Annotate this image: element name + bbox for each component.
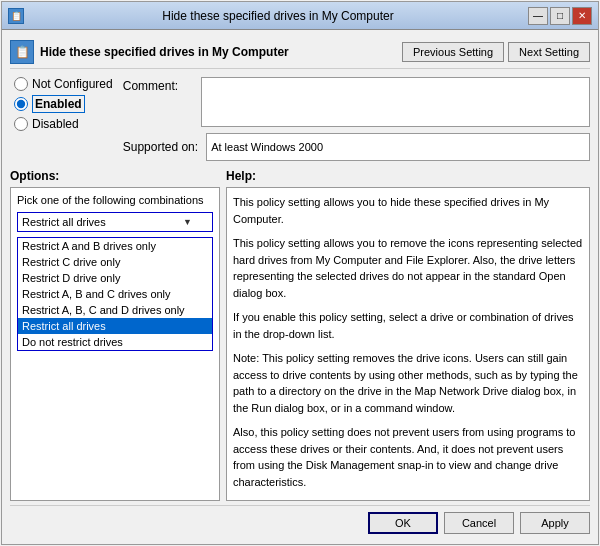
next-setting-button[interactable]: Next Setting [508,42,590,62]
not-configured-radio-label[interactable]: Not Configured [14,77,113,91]
enabled-text: Enabled [32,95,85,113]
prev-setting-button[interactable]: Previous Setting [402,42,504,62]
help-para-5: Also, this policy setting does not preve… [233,424,583,490]
list-item-selected[interactable]: Restrict all drives [18,318,212,334]
title-bar-controls: — □ ✕ [528,7,592,25]
minimize-button[interactable]: — [528,7,548,25]
main-panels: Pick one of the following combinations R… [10,187,590,501]
supported-row: Supported on: At least Windows 2000 [123,133,590,161]
content-area: 📋 Hide these specified drives in My Comp… [2,30,598,544]
header-icon: 📋 [10,40,34,64]
main-window: 📋 Hide these specified drives in My Comp… [1,1,599,545]
options-panel: Pick one of the following combinations R… [10,187,220,501]
apply-button[interactable]: Apply [520,512,590,534]
radio-section: Not Configured Enabled Disabled [14,77,113,131]
comment-label: Comment: [123,77,193,93]
help-panel: This policy setting allows you to hide t… [226,187,590,501]
help-para-2: This policy setting allows you to remove… [233,235,583,301]
close-button[interactable]: ✕ [572,7,592,25]
header-title: Hide these specified drives in My Comput… [40,45,289,59]
list-item[interactable]: Restrict C drive only [18,254,212,270]
disabled-text: Disabled [32,117,79,131]
footer-row: OK Cancel Apply [10,505,590,538]
help-para-4: Note: This policy setting removes the dr… [233,350,583,416]
comment-row: Comment: [123,77,590,127]
list-item[interactable]: Restrict A, B, C and D drives only [18,302,212,318]
options-title: Options: [10,169,59,183]
dropdown-value: Restrict all drives [22,216,106,228]
comment-textarea[interactable] [201,77,590,127]
supported-value: At least Windows 2000 [206,133,590,161]
cancel-button[interactable]: Cancel [444,512,514,534]
header-row: 📋 Hide these specified drives in My Comp… [10,36,590,69]
help-para-1: This policy setting allows you to hide t… [233,194,583,227]
help-content[interactable]: This policy setting allows you to hide t… [226,187,590,501]
window-icon: 📋 [8,8,24,24]
disabled-radio-label[interactable]: Disabled [14,117,113,131]
pick-label: Pick one of the following combinations [17,194,213,206]
help-title: Help: [226,169,256,183]
ok-button[interactable]: OK [368,512,438,534]
not-configured-radio[interactable] [14,77,28,91]
list-item[interactable]: Restrict D drive only [18,270,212,286]
help-para-3: If you enable this policy setting, selec… [233,309,583,342]
supported-label: Supported on: [123,140,198,154]
restore-button[interactable]: □ [550,7,570,25]
options-content: Pick one of the following combinations R… [10,187,220,501]
header-left: 📋 Hide these specified drives in My Comp… [10,40,289,64]
header-buttons: Previous Setting Next Setting [402,42,590,62]
window-title: Hide these specified drives in My Comput… [28,9,528,23]
title-bar: 📋 Hide these specified drives in My Comp… [2,2,598,30]
list-item[interactable]: Restrict A, B and C drives only [18,286,212,302]
dropdown-arrow-icon: ▼ [183,217,192,227]
enabled-radio-label[interactable]: Enabled [14,95,113,113]
dropdown-display[interactable]: Restrict all drives ▼ [18,213,212,231]
list-item[interactable]: Restrict A and B drives only [18,238,212,254]
enabled-radio[interactable] [14,97,28,111]
dropdown-list: Restrict A and B drives only Restrict C … [17,237,213,351]
dropdown-container[interactable]: Restrict all drives ▼ [17,212,213,232]
not-configured-text: Not Configured [32,77,113,91]
disabled-radio[interactable] [14,117,28,131]
list-item[interactable]: Do not restrict drives [18,334,212,350]
